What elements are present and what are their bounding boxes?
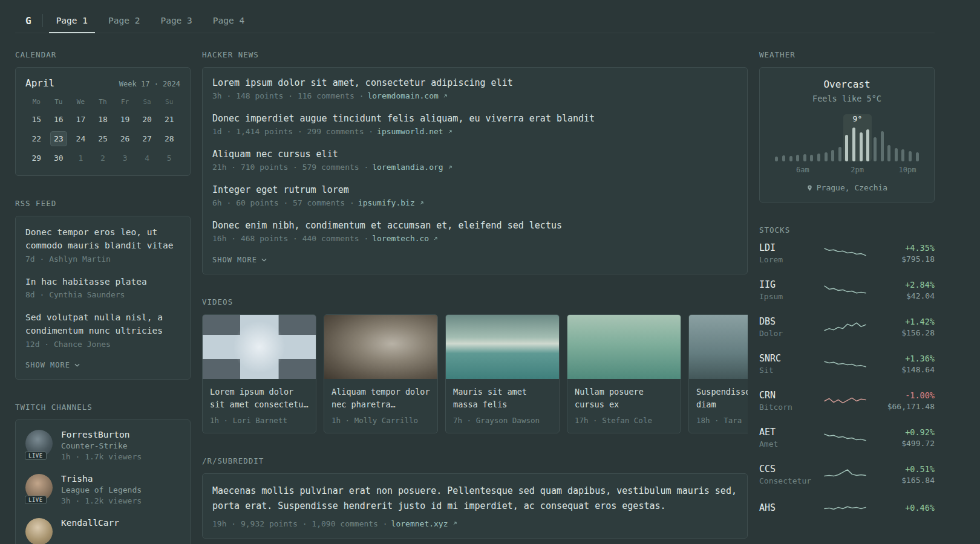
- weather-bar: [852, 128, 855, 161]
- calendar-day: 20: [139, 112, 155, 127]
- twitch-channel-row: KendallCarr: [25, 518, 180, 544]
- twitch-avatar[interactable]: LIVE: [25, 430, 53, 457]
- external-link-icon: [442, 93, 448, 99]
- stock-name: Consectetur: [759, 476, 814, 485]
- twitch-avatar[interactable]: [25, 518, 53, 544]
- twitch-meta: 1h · 1.7k viewers: [61, 452, 142, 461]
- rss-item-title[interactable]: Donec tempor eros leo, ut commodo mauris…: [25, 226, 180, 253]
- calendar-day: 1: [72, 151, 89, 166]
- videos-row: Lorem ipsum dolor sit amet consectetu… 1…: [202, 314, 748, 433]
- stock-ticker[interactable]: CCS: [759, 464, 814, 474]
- video-card[interactable]: Mauris sit amet massa felis 7h · Grayson…: [445, 314, 560, 433]
- stock-name: Bitcorn: [759, 403, 814, 412]
- hn-meta-text: 16h · 468 points · 440 comments ·: [212, 234, 368, 243]
- video-thumbnail[interactable]: [324, 315, 437, 379]
- app-logo[interactable]: G: [15, 8, 42, 33]
- video-meta: 1h · Molly Carrillo: [332, 416, 430, 425]
- calendar-week-label: Week 17 · 2024: [119, 80, 180, 88]
- hackernews-widget-title: HACKER NEWS: [202, 50, 748, 59]
- video-title[interactable]: Suspendisse sagittis diam: [696, 386, 748, 411]
- stock-right: +0.46%: [877, 503, 935, 514]
- subreddit-post-title[interactable]: Maecenas mollis pulvinar erat non posuer…: [212, 484, 737, 514]
- stock-ticker[interactable]: AET: [759, 427, 814, 438]
- stock-left: SNRC Sit: [759, 353, 814, 375]
- weather-bar: [901, 149, 904, 161]
- video-title[interactable]: Mauris sit amet massa felis: [453, 386, 552, 411]
- weather-feels-like: Feels like 5°C: [769, 94, 924, 103]
- video-title[interactable]: Nullam posuere cursus ex: [575, 386, 673, 411]
- weather-bar: [887, 145, 890, 161]
- video-card[interactable]: Nullam posuere cursus ex 17h · Stefan Co…: [567, 314, 681, 433]
- rss-item-title[interactable]: Sed volutpat nulla nisl, a condimentum n…: [25, 311, 180, 338]
- stock-change: +0.92%: [877, 427, 935, 437]
- stock-ticker[interactable]: AHS: [759, 502, 814, 513]
- calendar-day: 26: [117, 131, 134, 146]
- weather-bar: [881, 131, 884, 161]
- video-card[interactable]: Lorem ipsum dolor sit amet consectetu… 1…: [202, 314, 316, 433]
- video-body: Aliquam tempor dolor nec pharetra… 1h · …: [324, 379, 437, 433]
- tab-page-3[interactable]: Page 3: [153, 8, 199, 33]
- tab-page-4[interactable]: Page 4: [206, 8, 252, 33]
- weather-bar: [916, 152, 919, 161]
- subreddit-widget: /R/SUBREDDIT Maecenas mollis pulvinar er…: [202, 456, 748, 539]
- twitch-game[interactable]: League of Legends: [61, 485, 142, 494]
- rss-show-more-button[interactable]: SHOW MORE: [25, 361, 180, 369]
- twitch-channel-name[interactable]: Trisha: [61, 474, 142, 484]
- video-card[interactable]: Aliquam tempor dolor nec pharetra… 1h · …: [324, 314, 438, 433]
- hn-item-title[interactable]: Integer eget rutrum lorem: [212, 184, 737, 195]
- stock-change: +0.51%: [877, 464, 935, 474]
- twitch-channel-info: Trisha League of Legends 3h · 1.2k viewe…: [61, 474, 142, 505]
- rss-item: Donec tempor eros leo, ut commodo mauris…: [25, 226, 180, 264]
- hn-domain-link[interactable]: loremtech.co: [372, 234, 429, 243]
- calendar-day-header: Su: [158, 98, 180, 108]
- twitch-channel-name[interactable]: ForrestBurton: [61, 430, 142, 439]
- tab-page-2[interactable]: Page 2: [101, 8, 147, 33]
- twitch-avatar[interactable]: LIVE: [25, 474, 53, 501]
- video-thumbnail[interactable]: [446, 315, 559, 379]
- external-link-icon: [447, 164, 453, 170]
- hn-item-title[interactable]: Lorem ipsum dolor sit amet, consectetur …: [212, 77, 737, 88]
- calendar-day: 21: [161, 112, 178, 127]
- right-column: WEATHER Overcast Feels like 5°C 9° 6am2p…: [759, 50, 935, 544]
- hackernews-show-more-button[interactable]: SHOW MORE: [212, 256, 737, 264]
- stock-name: Dolor: [759, 329, 814, 338]
- stock-price: $795.18: [877, 254, 935, 264]
- weather-card: Overcast Feels like 5°C 9° 6am2pm10pm Pr…: [759, 67, 935, 202]
- twitch-channel-name[interactable]: KendallCarr: [61, 518, 119, 528]
- video-thumbnail[interactable]: [689, 315, 748, 379]
- stock-ticker[interactable]: DBS: [759, 316, 814, 327]
- video-title[interactable]: Lorem ipsum dolor sit amet consectetu…: [210, 386, 309, 411]
- hn-domain-link[interactable]: ipsumify.biz: [358, 198, 415, 207]
- stocks-widget-title: STOCKS: [759, 225, 935, 235]
- stock-row: SNRC Sit +1.36% $148.64: [759, 353, 935, 375]
- stock-change: +0.46%: [877, 503, 935, 513]
- hn-domain-link[interactable]: loremlandia.org: [372, 163, 443, 172]
- stock-name: Ipsum: [759, 292, 814, 301]
- tab-page-1[interactable]: Page 1: [49, 8, 95, 33]
- stock-ticker[interactable]: CRN: [759, 390, 814, 401]
- hn-item-title[interactable]: Donec enim nibh, condimentum et accumsan…: [212, 220, 737, 231]
- stock-sparkline: [814, 500, 877, 516]
- stock-ticker[interactable]: LDI: [759, 242, 814, 253]
- rss-card: Donec tempor eros leo, ut commodo mauris…: [15, 216, 191, 380]
- calendar-day: 17: [72, 112, 89, 127]
- video-card[interactable]: Suspendisse sagittis diam 18h · Tara: [688, 314, 748, 433]
- rss-item-title[interactable]: In hac habitasse platea: [25, 276, 180, 289]
- hn-item-title[interactable]: Aliquam nec cursus elit: [212, 149, 737, 160]
- page-container: G Page 1 Page 2 Page 3 Page 4 CALENDAR A…: [15, 8, 935, 544]
- twitch-game[interactable]: Counter-Strike: [61, 441, 142, 450]
- stock-ticker[interactable]: SNRC: [759, 353, 814, 364]
- stock-ticker[interactable]: IIG: [759, 279, 814, 290]
- hn-domain-link[interactable]: ipsumworld.net: [377, 127, 443, 136]
- video-thumbnail[interactable]: [567, 315, 681, 379]
- video-thumbnail[interactable]: [203, 315, 316, 379]
- twitch-channel-row: LIVE Trisha League of Legends 3h · 1.2k …: [25, 474, 180, 505]
- subreddit-domain-link[interactable]: loremnet.xyz: [391, 519, 448, 528]
- calendar-day-header: Mo: [25, 98, 48, 108]
- hn-domain-link[interactable]: loremdomain.com: [367, 91, 438, 100]
- hn-item-title[interactable]: Donec imperdiet augue tincidunt felis al…: [212, 113, 737, 124]
- calendar-card: April Week 17 · 2024 MoTuWeThFrSaSu15161…: [15, 67, 191, 176]
- video-title[interactable]: Aliquam tempor dolor nec pharetra…: [332, 386, 430, 411]
- video-meta: 1h · Lori Barnett: [210, 416, 309, 425]
- calendar-day: 28: [161, 131, 178, 146]
